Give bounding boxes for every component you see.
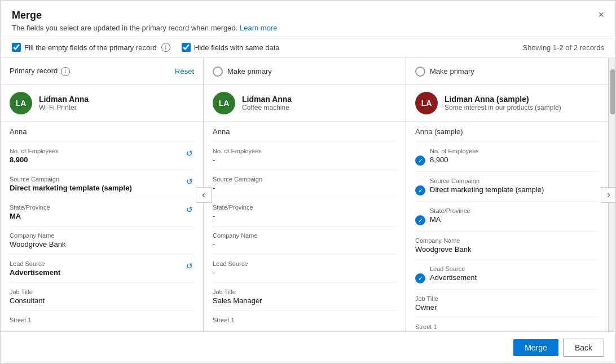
col2-simple-name: Anna [213,122,397,142]
reset-state-icon[interactable]: ↺ [185,204,194,215]
fill-empty-info-icon[interactable]: i [161,43,170,52]
primary-field-leadsource: Lead Source Advertisement ↺ [10,255,194,283]
reset-employees-icon[interactable]: ↺ [185,148,194,159]
col2-record-info: Lidman Anna Coffee machine [242,95,292,112]
dialog-header: Merge The fields you select are updated … [1,1,615,37]
col2-field-company: Company Name - [213,227,397,255]
col3-check-campaign[interactable]: ✓ [415,185,425,196]
col2-field-street: Street 1 [213,311,397,330]
col3: Make primary LA Lidman Anna (sample) Som… [406,58,609,331]
col2-title: Make primary [227,67,272,76]
primary-record-info: Lidman Anna Wi-Fi Printer [39,95,89,112]
col3-wrapper: Make primary LA Lidman Anna (sample) Som… [406,58,609,331]
chevron-right-icon: › [607,189,610,201]
primary-avatar: LA [10,92,32,114]
col3-field-company: Company Name Woodgrove Bank [415,232,599,260]
col3-radio[interactable] [415,66,425,77]
col2-field-jobtitle: Job Title Sales Manager [213,283,397,311]
primary-col-title: Primary record i [10,66,70,76]
col2-field-leadsource: Lead Source - [213,255,397,283]
primary-fields-list: Anna No. of Employees 8,900 ↺ Source Cam… [1,122,203,331]
primary-record-card: LA Lidman Anna Wi-Fi Printer [1,85,203,122]
col3-record-sub: Some interest in our products (sample) [445,104,561,112]
primary-record-sub: Wi-Fi Printer [39,104,89,112]
primary-column: Primary record i Reset LA Lidman Anna Wi… [1,58,204,331]
primary-record-name: Lidman Anna [39,95,89,104]
reset-campaign-icon[interactable]: ↺ [185,176,194,187]
col3-field-jobtitle: Job Title Owner [415,290,599,318]
learn-more-link[interactable]: Learn more [240,24,277,32]
hide-same-checkbox-item: Hide fields with same data [182,43,280,52]
col3-field-campaign: ✓ Source Campaign Direct marketing templ… [415,172,599,202]
scroll-thumb[interactable] [610,69,615,114]
col2: Make primary LA Lidman Anna Coffee machi… [204,58,406,331]
col2-record-name: Lidman Anna [242,95,292,104]
col2-wrapper: Make primary LA Lidman Anna Coffee machi… [204,58,406,331]
check-icon: ✓ [418,275,423,282]
col3-avatar: LA [415,92,438,114]
primary-simple-name: Anna [10,122,194,142]
primary-info-icon[interactable]: i [61,67,70,76]
chevron-left-icon: ‹ [202,189,205,201]
col3-simple-name: Anna (sample) [415,122,599,142]
check-icon: ✓ [418,217,423,224]
merge-dialog: Merge The fields you select are updated … [0,0,616,364]
col3-field-employees: ✓ No. of Employees 8,900 [415,142,599,172]
nav-left-button[interactable]: ‹ [196,187,212,203]
primary-field-street: Street 1 [10,311,194,330]
col2-radio[interactable] [213,66,223,77]
col3-check-leadsource[interactable]: ✓ [415,273,425,283]
dialog-subtitle: The fields you select are updated in the… [12,24,277,32]
reset-link[interactable]: Reset [175,67,194,76]
hide-same-label: Hide fields with same data [194,43,280,52]
col2-field-employees: No. of Employees - [213,142,397,170]
col3-record-info: Lidman Anna (sample) Some interest in ou… [445,95,561,112]
col2-avatar: LA [213,92,235,114]
fill-empty-checkbox-item: Fill the empty fields of the primary rec… [12,43,170,52]
check-icon: ✓ [418,157,423,165]
col3-record-card: LA Lidman Anna (sample) Some interest in… [406,85,608,122]
col3-title: Make primary [430,67,474,76]
reset-leadsource-icon[interactable]: ↺ [185,260,194,272]
primary-field-campaign: Source Campaign Direct marketing templat… [10,170,194,198]
merge-button[interactable]: Merge [513,339,558,356]
col3-check-employees[interactable]: ✓ [415,156,425,166]
nav-right-button[interactable]: › [601,187,615,203]
back-button[interactable]: Back [563,339,604,357]
fill-empty-label: Fill the empty fields of the primary rec… [24,43,157,52]
fill-empty-checkbox[interactable] [12,43,21,52]
col2-record-sub: Coffee machine [242,104,292,112]
header-text: Merge The fields you select are updated … [12,10,277,32]
col3-header: Make primary [406,58,608,85]
primary-field-state: State/Province MA ↺ [10,198,194,227]
col3-fields-list: Anna (sample) ✓ No. of Employees 8,900 [406,122,608,331]
col2-field-state: State/Province - [213,198,397,227]
toolbar: Fill the empty fields of the primary rec… [1,37,615,58]
dialog-footer: Merge Back [1,331,615,363]
col3-field-street: Street 1 [415,318,599,331]
col3-field-leadsource: ✓ Lead Source Advertisement [415,260,599,290]
col2-record-card: LA Lidman Anna Coffee machine [204,85,406,122]
primary-field-employees: No. of Employees 8,900 ↺ [10,142,194,170]
columns-area: Primary record i Reset LA Lidman Anna Wi… [1,58,615,331]
col3-field-state: ✓ State/Province MA [415,202,599,232]
hide-same-checkbox[interactable] [182,43,191,52]
check-icon: ✓ [418,187,423,194]
col2-field-campaign: Source Campaign - [213,170,397,198]
col2-header: Make primary [204,58,406,85]
primary-col-header: Primary record i Reset [1,58,203,85]
col3-check-state[interactable]: ✓ [415,215,425,225]
showing-text: Showing 1-2 of 2 records [522,43,604,52]
close-button[interactable]: × [598,10,604,20]
primary-field-company: Company Name Woodgrove Bank [10,227,194,255]
dialog-title: Merge [12,10,277,21]
col2-fields-list: Anna No. of Employees - Source Campaign … [204,122,406,331]
primary-field-jobtitle: Job Title Consultant [10,283,194,311]
col3-record-name: Lidman Anna (sample) [445,95,561,104]
